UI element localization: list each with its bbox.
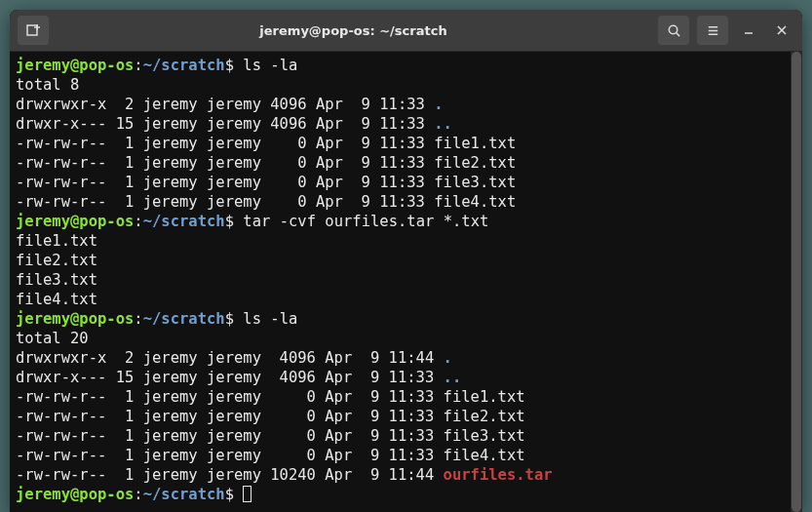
prompt-path: ~/scratch bbox=[143, 310, 225, 328]
titlebar-right-controls bbox=[656, 16, 796, 45]
ls2-row: -rw-rw-r-- 1 jeremy jeremy 10240 Apr 9 1… bbox=[16, 466, 444, 484]
dir-parent: .. bbox=[444, 369, 462, 386]
prompt-user: jeremy bbox=[16, 486, 70, 503]
prompt-path: ~/scratch bbox=[143, 486, 225, 503]
command-1: ls -la bbox=[243, 57, 297, 74]
ls1-row: -rw-rw-r-- 1 jeremy jeremy 0 Apr 9 11:33… bbox=[16, 154, 516, 172]
ls2-row: -rw-rw-r-- 1 jeremy jeremy 0 Apr 9 11:33… bbox=[16, 427, 525, 445]
ls1-row: -rw-rw-r-- 1 jeremy jeremy 0 Apr 9 11:33… bbox=[16, 174, 516, 191]
cursor bbox=[243, 486, 251, 502]
hamburger-icon bbox=[706, 23, 720, 38]
prompt-at: @ bbox=[70, 57, 79, 74]
prompt-colon: : bbox=[134, 310, 142, 328]
svg-line-4 bbox=[676, 32, 678, 35]
ls2-row: -rw-rw-r-- 1 jeremy jeremy 0 Apr 9 11:33… bbox=[16, 388, 525, 406]
prompt-user: jeremy bbox=[16, 310, 70, 328]
command-2: tar -cvf ourfiles.tar *.txt bbox=[243, 213, 488, 230]
terminal-window: jeremy@pop-os: ~/scratch bbox=[10, 10, 802, 512]
tar-row: file3.txt bbox=[16, 271, 97, 289]
prompt-host: pop-os bbox=[79, 213, 134, 230]
prompt-user: jeremy bbox=[16, 57, 70, 74]
prompt-colon: : bbox=[134, 57, 142, 74]
output-total-1: total 8 bbox=[16, 76, 79, 94]
scrollbar[interactable] bbox=[791, 52, 802, 512]
close-icon bbox=[776, 24, 788, 36]
new-tab-icon bbox=[25, 22, 41, 38]
prompt-path: ~/scratch bbox=[143, 213, 225, 230]
terminal-body[interactable]: jeremy@pop-os:~/scratch$ ls -la total 8 … bbox=[10, 52, 791, 512]
menu-button[interactable] bbox=[697, 16, 728, 45]
ls2-row: drwxr-x--- 15 jeremy jeremy 4096 Apr 9 1… bbox=[16, 369, 444, 386]
scroll-thumb[interactable] bbox=[792, 52, 801, 512]
ls1-row: drwxr-x--- 15 jeremy jeremy 4096 Apr 9 1… bbox=[16, 115, 434, 133]
prompt-host: pop-os bbox=[79, 57, 134, 74]
ls2-row: drwxrwxr-x 2 jeremy jeremy 4096 Apr 9 11… bbox=[16, 349, 444, 367]
prompt-dollar: $ bbox=[225, 57, 244, 74]
window-title: jeremy@pop-os: ~/scratch bbox=[51, 23, 656, 38]
search-button[interactable] bbox=[658, 16, 689, 45]
prompt-dollar: $ bbox=[225, 213, 244, 230]
terminal-body-wrap: jeremy@pop-os:~/scratch$ ls -la total 8 … bbox=[10, 52, 802, 512]
tar-row: file4.txt bbox=[16, 291, 97, 308]
command-3: ls -la bbox=[243, 310, 297, 328]
prompt-at: @ bbox=[70, 486, 79, 503]
prompt-colon: : bbox=[134, 486, 142, 503]
dir-parent: .. bbox=[434, 115, 452, 133]
ls1-row: -rw-rw-r-- 1 jeremy jeremy 0 Apr 9 11:33… bbox=[16, 135, 516, 152]
svg-point-3 bbox=[669, 25, 677, 33]
prompt-at: @ bbox=[70, 213, 79, 230]
ls2-row: -rw-rw-r-- 1 jeremy jeremy 0 Apr 9 11:33… bbox=[16, 408, 525, 425]
dir-current: . bbox=[444, 349, 452, 367]
prompt-at: @ bbox=[70, 310, 79, 328]
prompt-path: ~/scratch bbox=[143, 57, 225, 74]
prompt-colon: : bbox=[134, 213, 142, 230]
prompt-dollar: $ bbox=[225, 486, 244, 503]
ls2-row: -rw-rw-r-- 1 jeremy jeremy 0 Apr 9 11:33… bbox=[16, 447, 525, 464]
window-titlebar[interactable]: jeremy@pop-os: ~/scratch bbox=[10, 10, 802, 52]
prompt-dollar: $ bbox=[225, 310, 244, 328]
ls1-row: -rw-rw-r-- 1 jeremy jeremy 0 Apr 9 11:33… bbox=[16, 193, 516, 211]
minimize-button[interactable] bbox=[734, 16, 763, 45]
tar-row: file2.txt bbox=[16, 252, 97, 269]
archive-file: ourfiles.tar bbox=[444, 466, 553, 484]
new-tab-button[interactable] bbox=[18, 16, 49, 45]
output-total-2: total 20 bbox=[16, 330, 89, 347]
tar-row: file1.txt bbox=[16, 232, 97, 250]
prompt-host: pop-os bbox=[79, 486, 134, 503]
ls1-row: drwxrwxr-x 2 jeremy jeremy 4096 Apr 9 11… bbox=[16, 96, 434, 113]
dir-current: . bbox=[434, 96, 443, 113]
close-button[interactable] bbox=[767, 16, 796, 45]
prompt-host: pop-os bbox=[79, 310, 134, 328]
prompt-user: jeremy bbox=[16, 213, 70, 230]
search-icon bbox=[667, 23, 681, 38]
minimize-icon bbox=[743, 24, 754, 36]
